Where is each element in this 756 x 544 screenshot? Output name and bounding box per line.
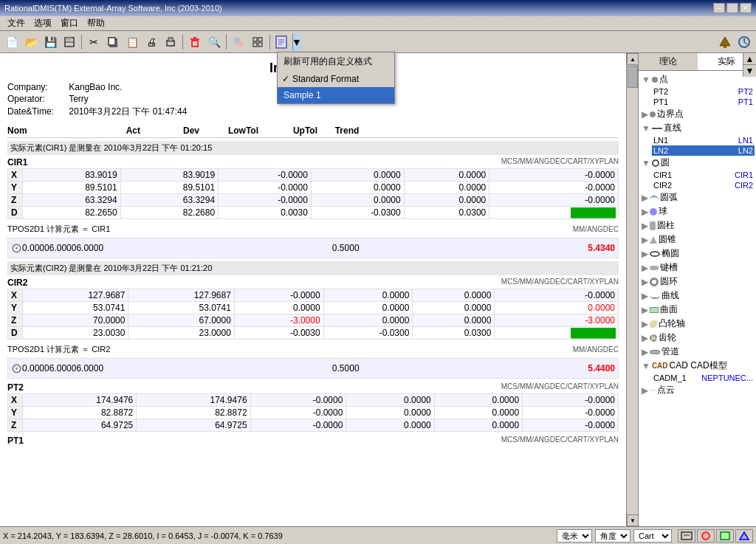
cir2-z-uptol: 0.0000 [413,314,495,327]
tree-cir2-left[interactable]: CIR2 [653,181,672,190]
paste-button[interactable]: 📋 [123,33,141,51]
cir1-x-lowtol: 0.0000 [311,169,404,182]
tree-node-cylinder[interactable]: ▶ 圆柱 [640,218,755,233]
tree-cad-group: CADM_1 NEPTUNEC... [652,373,755,383]
minimize-button[interactable]: — [713,3,725,13]
menu-help[interactable]: 帮助 [83,16,109,30]
tree-node-circle[interactable]: ▼ 圆 [640,156,755,170]
cir2-d-lowtol: -0.0300 [323,327,413,340]
refresh-formats-label: 刷新可用的自定义格式 [284,55,372,68]
save-as-button[interactable] [61,33,78,51]
tree-node-cad[interactable]: ▼ CAD CAD CAD模型 [640,359,755,373]
scrollbar-track[interactable] [627,65,638,514]
tree-cir1-right: CIR1 [735,171,753,179]
cir1-y-nom: 89.5101 [23,182,121,194]
close-button[interactable]: ✕ [740,3,752,13]
tree-node-boundary[interactable]: ▶ 边界点 [640,107,755,121]
cir1-x-trend: -0.0000 [489,169,619,182]
tree-pt1-left[interactable]: PT1 [653,97,668,106]
svg-rect-13 [258,38,262,41]
status-btn3[interactable] [716,529,734,543]
tpos2-val4: 0.5000 [332,363,360,373]
tree-ln2-row[interactable]: LN2 LN2 [652,145,755,156]
tree-node-cam[interactable]: ▶ 凸轮轴 [640,317,755,331]
sample1-format-item[interactable]: Sample 1 [278,87,394,103]
cir1-x-dev: -0.0000 [219,169,312,182]
zoom-button[interactable] [230,33,247,51]
tree-cadm1-right: NEPTUNEC... [701,373,753,382]
scroll-down-button[interactable]: ▼ [627,514,638,526]
tree-node-pipe[interactable]: ▶ 管道 [640,345,755,359]
report-dropdown-button[interactable]: ▼ [292,33,301,51]
tree-node-sphere[interactable]: ▶ 球 [640,204,755,218]
tree-node-line[interactable]: ▼ 直线 [640,121,755,135]
svg-line-23 [744,42,747,44]
report-area[interactable]: Inspection Re Company: KangBao Inc. Oper… [0,53,626,526]
tree-node-cone[interactable]: ▶ 圆锥 [640,233,755,247]
scroll-right-up[interactable]: ▲ [743,53,756,65]
report-button[interactable] [273,33,291,51]
pt1-coords: MCS/MM/ANGDEC/CART/XYPLAN [501,435,619,446]
scroll-right-down[interactable]: ▼ [743,65,756,77]
pt2-z-act: 64.9725 [137,419,250,432]
grid-button[interactable] [249,33,267,51]
delete-button[interactable] [186,33,204,51]
copy-button[interactable] [104,33,122,51]
status-btn2[interactable] [697,529,715,543]
status-bar: X = 214.2043, Y = 183.6394, Z = 28.6010,… [0,526,756,544]
refresh-formats-item[interactable]: 刷新可用的自定义格式 [278,52,394,71]
status-btn1[interactable] [678,529,695,543]
tree-pt2-left[interactable]: PT2 [653,87,668,96]
standard-format-item[interactable]: ✓ Standard Format [278,71,394,87]
tree-ln2-left[interactable]: LN2 [653,146,668,155]
checkmark-icon: ✓ [282,74,291,84]
pt2-x-lowtol: 0.0000 [346,394,434,407]
tree-node-gear[interactable]: ▶ 齿轮 [640,331,755,345]
tree-node-torus[interactable]: ▶ 圆环 [640,275,755,289]
tpos2-icon: ⊙ [11,360,22,376]
print2-button[interactable] [162,33,179,51]
toolbar-right-btn2[interactable] [735,33,753,51]
tree-arc-label: 圆弧 [660,191,678,204]
tree-node-curve[interactable]: ▶ 曲线 [640,289,755,303]
maximize-button[interactable]: □ [726,3,738,13]
angle-dropdown[interactable]: 角度 弧度 [595,529,630,543]
scroll-up-button[interactable]: ▲ [627,53,638,65]
tree-view[interactable]: ▼ 点 PT2 PT2 PT1 PT1 ▶ 边界点 [639,71,756,526]
tree-node-surface[interactable]: ▶ 曲面 [640,303,755,317]
cir1-section-header: 实际元素(CIR1) 是测量在 2010年3月22日 下午 01:20:15 [7,141,619,155]
tree-cir2-right: CIR2 [735,181,753,190]
tree-node-slot[interactable]: ▶ 键槽 [640,261,755,275]
scrollbar-thumb[interactable] [628,66,638,88]
tree-cadm1-left[interactable]: CADM_1 [653,373,687,382]
cir2-row-y: Y 53.0741 53.0741 0.0000 0.0000 0.0000 0… [8,302,619,314]
unit-dropdown[interactable]: 毫米 英寸 [557,529,592,543]
tree-pt2-row: PT2 PT2 PT1 PT1 [652,86,755,107]
menu-file[interactable]: 文件 [3,16,30,30]
toolbar-right-btn1[interactable] [716,33,734,51]
tree-node-pointcloud[interactable]: ▶ ··· 点云 [640,383,755,397]
mode-dropdown[interactable]: Cart Polar [633,529,672,543]
menu-bar: 文件 选项 窗口 帮助 [0,16,756,31]
tree-cir1-left[interactable]: CIR1 [653,171,672,179]
cut-button[interactable]: ✂ [85,33,103,51]
search-button[interactable]: 🔍 [205,33,223,51]
tab-theory[interactable]: 理论 [639,53,698,70]
vertical-scrollbar[interactable]: ▲ ▼ [626,53,638,526]
tree-node-ellipse[interactable]: ▶ 椭圆 [640,247,755,261]
menu-window[interactable]: 窗口 [56,16,83,30]
cir1-info-row: CIR1 MCS/MM/ANGDEC/CART/XYPLAN [7,156,619,168]
print-button[interactable]: 🖨 [142,33,160,51]
tree-node-arc[interactable]: ▶ 圆弧 [640,190,755,204]
open-button[interactable]: 📂 [22,33,40,51]
new-button[interactable]: 📄 [3,33,21,51]
cir1-y-lowtol: 0.0000 [311,182,404,194]
status-btn4[interactable] [735,529,753,543]
tree-boundary-label: 边界点 [657,108,684,120]
tree-node-point[interactable]: ▼ 点 [640,72,755,86]
tree-ln1-left[interactable]: LN1 [653,136,668,145]
save-button[interactable]: 💾 [41,33,59,51]
pt2-info-row: PT2 MCS/MM/ANGDEC/CART/XYPLAN [7,382,619,393]
cir2-y-nom: 53.0741 [23,302,128,314]
menu-options[interactable]: 选项 [30,16,56,30]
